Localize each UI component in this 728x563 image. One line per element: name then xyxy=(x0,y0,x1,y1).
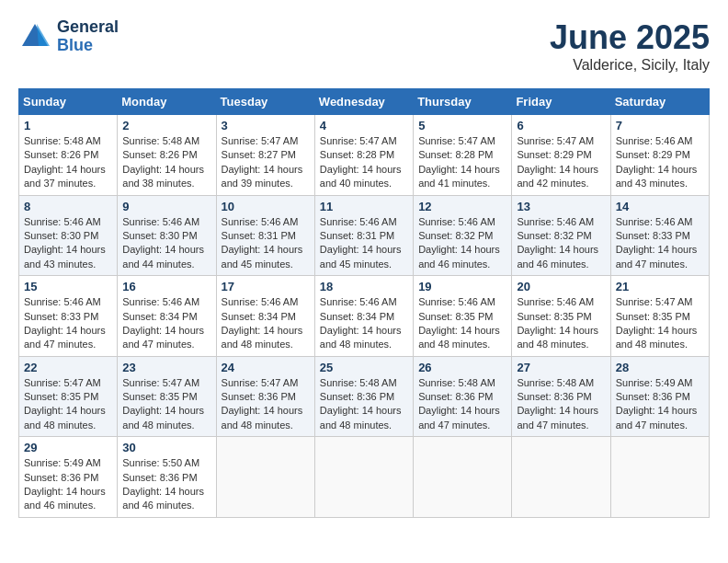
sunrise: Sunrise: 5:48 AM xyxy=(517,377,594,388)
sunrise: Sunrise: 5:47 AM xyxy=(616,296,693,307)
sunrise: Sunrise: 5:48 AM xyxy=(122,135,199,146)
sunrise: Sunrise: 5:46 AM xyxy=(320,296,397,307)
table-row: 20 Sunrise: 5:46 AM Sunset: 8:35 PM Dayl… xyxy=(512,276,610,357)
sunrise: Sunrise: 5:49 AM xyxy=(616,377,693,388)
table-row xyxy=(314,437,413,518)
svg-marker-1 xyxy=(37,24,50,46)
daylight: Daylight: 14 hours and 43 minutes. xyxy=(616,164,698,189)
day-number: 28 xyxy=(616,361,704,374)
day-number: 19 xyxy=(418,280,506,293)
day-number: 22 xyxy=(24,361,112,374)
day-number: 23 xyxy=(122,361,210,374)
table-row: 10 Sunrise: 5:46 AM Sunset: 8:31 PM Dayl… xyxy=(216,195,314,276)
table-row: 13 Sunrise: 5:46 AM Sunset: 8:32 PM Dayl… xyxy=(512,195,610,276)
header-wednesday: Wednesday xyxy=(314,89,413,115)
sunset: Sunset: 8:28 PM xyxy=(418,149,493,160)
daylight: Daylight: 14 hours and 48 minutes. xyxy=(24,405,106,430)
day-info: Sunrise: 5:46 AM Sunset: 8:30 PM Dayligh… xyxy=(122,215,210,272)
day-info: Sunrise: 5:47 AM Sunset: 8:28 PM Dayligh… xyxy=(320,134,408,191)
logo-line2: Blue xyxy=(57,37,119,55)
sunrise: Sunrise: 5:47 AM xyxy=(517,135,594,146)
calendar-week-row: 29 Sunrise: 5:49 AM Sunset: 8:36 PM Dayl… xyxy=(19,437,710,518)
table-row: 23 Sunrise: 5:47 AM Sunset: 8:35 PM Dayl… xyxy=(118,356,216,437)
sunrise: Sunrise: 5:46 AM xyxy=(517,216,594,227)
day-info: Sunrise: 5:46 AM Sunset: 8:33 PM Dayligh… xyxy=(24,295,112,352)
sunset: Sunset: 8:35 PM xyxy=(616,311,690,322)
table-row xyxy=(512,437,610,518)
table-row: 8 Sunrise: 5:46 AM Sunset: 8:30 PM Dayli… xyxy=(19,195,118,276)
table-row: 18 Sunrise: 5:46 AM Sunset: 8:34 PM Dayl… xyxy=(314,276,413,357)
sunset: Sunset: 8:34 PM xyxy=(222,311,296,322)
day-number: 6 xyxy=(517,119,605,132)
table-row: 11 Sunrise: 5:46 AM Sunset: 8:31 PM Dayl… xyxy=(314,195,413,276)
day-info: Sunrise: 5:47 AM Sunset: 8:27 PM Dayligh… xyxy=(222,134,310,191)
sunset: Sunset: 8:36 PM xyxy=(222,391,296,402)
daylight: Daylight: 14 hours and 47 minutes. xyxy=(616,405,698,430)
sunset: Sunset: 8:31 PM xyxy=(320,230,394,241)
table-row xyxy=(216,437,314,518)
daylight: Daylight: 14 hours and 48 minutes. xyxy=(616,325,698,350)
sunset: Sunset: 8:29 PM xyxy=(616,149,690,160)
day-info: Sunrise: 5:46 AM Sunset: 8:34 PM Dayligh… xyxy=(320,295,408,352)
sunset: Sunset: 8:32 PM xyxy=(517,230,591,241)
sunrise: Sunrise: 5:48 AM xyxy=(418,377,495,388)
table-row: 2 Sunrise: 5:48 AM Sunset: 8:26 PM Dayli… xyxy=(118,115,216,196)
day-number: 12 xyxy=(418,200,506,213)
day-number: 14 xyxy=(616,200,704,213)
daylight: Daylight: 14 hours and 45 minutes. xyxy=(320,244,402,269)
day-info: Sunrise: 5:46 AM Sunset: 8:32 PM Dayligh… xyxy=(418,215,506,272)
day-number: 26 xyxy=(418,361,506,374)
day-number: 1 xyxy=(24,119,112,132)
sunset: Sunset: 8:27 PM xyxy=(222,149,296,160)
table-row: 9 Sunrise: 5:46 AM Sunset: 8:30 PM Dayli… xyxy=(118,195,216,276)
sunrise: Sunrise: 5:46 AM xyxy=(222,296,299,307)
header-friday: Friday xyxy=(512,89,610,115)
sunrise: Sunrise: 5:46 AM xyxy=(517,296,594,307)
sunset: Sunset: 8:36 PM xyxy=(122,472,197,483)
table-row xyxy=(414,437,512,518)
daylight: Daylight: 14 hours and 48 minutes. xyxy=(222,405,303,430)
sunrise: Sunrise: 5:46 AM xyxy=(616,135,693,146)
location: Valderice, Sicily, Italy xyxy=(550,57,710,74)
daylight: Daylight: 14 hours and 42 minutes. xyxy=(517,164,598,189)
sunset: Sunset: 8:30 PM xyxy=(24,230,98,241)
sunset: Sunset: 8:35 PM xyxy=(122,391,197,402)
table-row: 6 Sunrise: 5:47 AM Sunset: 8:29 PM Dayli… xyxy=(512,115,610,196)
table-row: 22 Sunrise: 5:47 AM Sunset: 8:35 PM Dayl… xyxy=(19,356,118,437)
day-number: 18 xyxy=(320,280,408,293)
day-info: Sunrise: 5:46 AM Sunset: 8:34 PM Dayligh… xyxy=(222,295,310,352)
sunrise: Sunrise: 5:50 AM xyxy=(122,457,199,468)
calendar-week-row: 15 Sunrise: 5:46 AM Sunset: 8:33 PM Dayl… xyxy=(19,276,710,357)
daylight: Daylight: 14 hours and 48 minutes. xyxy=(122,405,204,430)
daylight: Daylight: 14 hours and 48 minutes. xyxy=(517,325,598,350)
day-info: Sunrise: 5:49 AM Sunset: 8:36 PM Dayligh… xyxy=(24,456,112,513)
daylight: Daylight: 14 hours and 38 minutes. xyxy=(122,164,204,189)
table-row: 29 Sunrise: 5:49 AM Sunset: 8:36 PM Dayl… xyxy=(19,437,118,518)
sunrise: Sunrise: 5:46 AM xyxy=(24,216,101,227)
sunset: Sunset: 8:35 PM xyxy=(517,311,591,322)
table-row: 14 Sunrise: 5:46 AM Sunset: 8:33 PM Dayl… xyxy=(610,195,709,276)
header-thursday: Thursday xyxy=(414,89,512,115)
sunset: Sunset: 8:34 PM xyxy=(122,311,197,322)
day-info: Sunrise: 5:48 AM Sunset: 8:26 PM Dayligh… xyxy=(122,134,210,191)
header-monday: Monday xyxy=(118,89,216,115)
day-info: Sunrise: 5:46 AM Sunset: 8:33 PM Dayligh… xyxy=(616,215,704,272)
calendar-table: Sunday Monday Tuesday Wednesday Thursday… xyxy=(18,88,710,518)
day-number: 30 xyxy=(122,441,210,454)
header-tuesday: Tuesday xyxy=(216,89,314,115)
day-number: 29 xyxy=(24,441,112,454)
day-info: Sunrise: 5:47 AM Sunset: 8:29 PM Dayligh… xyxy=(517,134,605,191)
sunset: Sunset: 8:35 PM xyxy=(24,391,98,402)
sunset: Sunset: 8:36 PM xyxy=(24,472,98,483)
sunset: Sunset: 8:30 PM xyxy=(122,230,197,241)
page-header: General Blue June 2025 Valderice, Sicily… xyxy=(18,18,710,74)
day-number: 7 xyxy=(616,119,704,132)
sunrise: Sunrise: 5:46 AM xyxy=(320,216,397,227)
day-number: 8 xyxy=(24,200,112,213)
table-row: 3 Sunrise: 5:47 AM Sunset: 8:27 PM Dayli… xyxy=(216,115,314,196)
daylight: Daylight: 14 hours and 45 minutes. xyxy=(222,244,303,269)
daylight: Daylight: 14 hours and 46 minutes. xyxy=(517,244,598,269)
month-title: June 2025 xyxy=(550,18,710,57)
table-row: 1 Sunrise: 5:48 AM Sunset: 8:26 PM Dayli… xyxy=(19,115,118,196)
daylight: Daylight: 14 hours and 46 minutes. xyxy=(24,486,106,511)
